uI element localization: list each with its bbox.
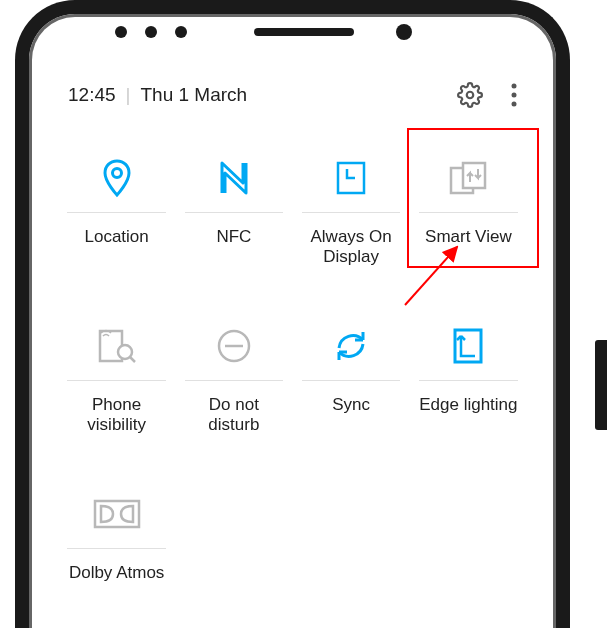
tile-nfc[interactable]: NFC bbox=[175, 138, 292, 306]
tile-label: Location bbox=[84, 227, 148, 247]
tile-label: Always On Display bbox=[311, 227, 392, 268]
tile-label: Sync bbox=[332, 395, 370, 415]
tile-edge-lighting[interactable]: Edge lighting bbox=[410, 306, 527, 474]
tile-label: NFC bbox=[216, 227, 251, 247]
svg-line-10 bbox=[130, 357, 135, 362]
svg-point-2 bbox=[512, 93, 517, 98]
tile-dolby-atmos[interactable]: Dolby Atmos bbox=[58, 474, 175, 628]
tile-smart-view[interactable]: Smart View bbox=[410, 138, 527, 306]
svg-point-0 bbox=[467, 92, 474, 99]
tile-phone-visibility[interactable]: Phone visibility bbox=[58, 306, 175, 474]
tile-label: Do not disturb bbox=[208, 395, 259, 436]
status-divider: | bbox=[126, 84, 131, 106]
tile-label: Dolby Atmos bbox=[69, 563, 164, 583]
screen: 12:45 | Thu 1 March Location NF bbox=[40, 62, 545, 628]
svg-point-9 bbox=[118, 345, 132, 359]
tile-do-not-disturb[interactable]: Do not disturb bbox=[175, 306, 292, 474]
dolby-atmos-icon bbox=[93, 492, 141, 536]
tile-label: Phone visibility bbox=[87, 395, 146, 436]
gear-icon[interactable] bbox=[457, 82, 483, 108]
smart-view-icon bbox=[448, 156, 488, 200]
tile-location[interactable]: Location bbox=[58, 138, 175, 306]
svg-rect-7 bbox=[463, 163, 485, 188]
tile-always-on-display[interactable]: Always On Display bbox=[293, 138, 410, 306]
sync-icon bbox=[333, 324, 369, 368]
location-icon bbox=[100, 156, 134, 200]
svg-point-3 bbox=[512, 102, 517, 107]
status-time: 12:45 bbox=[68, 84, 116, 106]
more-icon[interactable] bbox=[511, 82, 517, 108]
nfc-icon bbox=[215, 156, 253, 200]
svg-point-1 bbox=[512, 84, 517, 89]
svg-point-4 bbox=[112, 169, 121, 178]
phone-visibility-icon bbox=[97, 324, 137, 368]
always-on-display-icon bbox=[335, 156, 367, 200]
do-not-disturb-icon bbox=[216, 324, 252, 368]
tile-sync[interactable]: Sync bbox=[293, 306, 410, 474]
status-bar: 12:45 | Thu 1 March bbox=[58, 82, 527, 108]
tile-label: Edge lighting bbox=[419, 395, 517, 415]
status-date: Thu 1 March bbox=[140, 84, 247, 106]
edge-lighting-icon bbox=[452, 324, 484, 368]
tile-label: Smart View bbox=[425, 227, 512, 247]
quick-settings-grid: Location NFC Always On Display bbox=[58, 138, 527, 628]
